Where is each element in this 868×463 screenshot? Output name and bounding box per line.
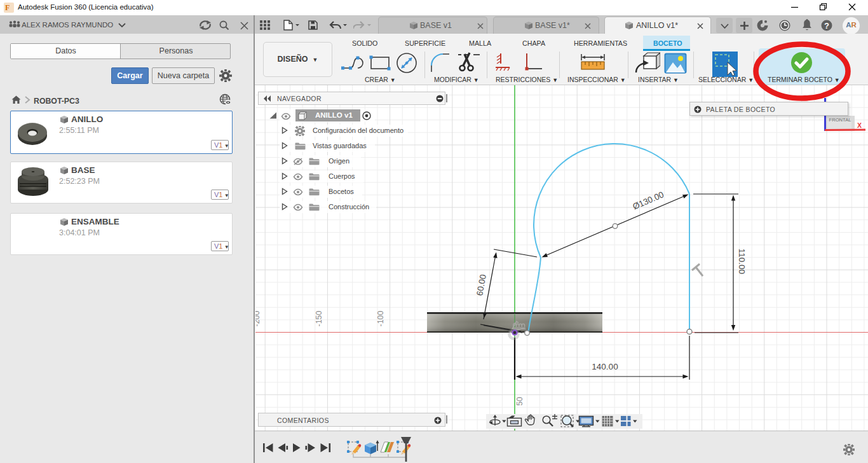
svg-text:-200: -200 <box>255 310 261 326</box>
svg-text:?: ? <box>824 21 829 31</box>
svg-text:-100: -100 <box>376 310 385 326</box>
svg-text:Ø130.00: Ø130.00 <box>631 190 665 211</box>
svg-text:FRONTAL: FRONTAL <box>829 117 851 123</box>
svg-text:-150: -150 <box>315 310 323 326</box>
svg-text:110.00: 110.00 <box>737 249 747 274</box>
svg-text:60.00: 60.00 <box>475 273 488 296</box>
svg-text:X: X <box>857 121 862 129</box>
svg-text:140.00: 140.00 <box>592 362 618 371</box>
svg-text:50: 50 <box>515 397 524 406</box>
